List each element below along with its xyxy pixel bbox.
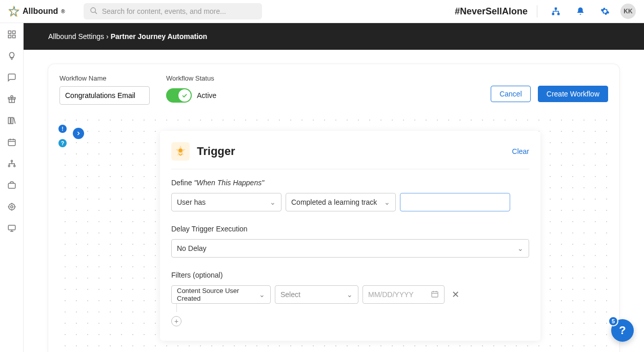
svg-point-25 — [10, 206, 13, 208]
filter-operator-select[interactable]: Select ⌄ — [275, 285, 358, 304]
check-icon — [178, 89, 191, 102]
delay-select[interactable]: No Delay ⌄ — [171, 239, 529, 258]
svg-rect-8 — [12, 31, 15, 33]
nav-monitor-icon[interactable] — [7, 223, 17, 233]
delay-label: Delay Trigger Execution — [171, 225, 529, 233]
breadcrumb-sep: › — [106, 32, 109, 41]
panel-title: Trigger — [197, 145, 235, 158]
svg-line-15 — [13, 118, 15, 124]
search-box[interactable] — [84, 3, 262, 19]
workflow-status-label: Workflow Status — [166, 74, 216, 82]
svg-rect-13 — [8, 118, 10, 124]
trigger-icon — [171, 142, 190, 161]
cancel-button[interactable]: Cancel — [491, 86, 531, 102]
gear-icon[interactable] — [600, 6, 610, 16]
nav-lightbulb-icon[interactable] — [7, 51, 17, 61]
svg-rect-7 — [8, 31, 11, 33]
hierarchy-icon[interactable] — [551, 6, 561, 16]
filter-date-input[interactable]: MM/DD/YYYY — [363, 285, 445, 304]
logo[interactable]: Allbound® — [8, 6, 65, 17]
svg-point-2 — [91, 8, 95, 12]
left-rail — [0, 23, 24, 352]
trigger-subject-select[interactable]: User has ⌄ — [171, 193, 281, 211]
card-header: Workflow Name Workflow Status Active Can… — [48, 64, 619, 105]
chevron-down-icon: ⌄ — [259, 290, 265, 299]
expand-panel-button[interactable] — [73, 128, 84, 139]
nav-target-icon[interactable] — [7, 202, 17, 212]
bell-icon[interactable] — [575, 6, 586, 16]
breadcrumb-current: Partner Journey Automation — [111, 32, 208, 41]
help-count-badge: 5 — [608, 316, 618, 326]
svg-rect-16 — [8, 140, 15, 146]
create-workflow-button[interactable]: Create Workflow — [538, 86, 608, 102]
trigger-predicate-select[interactable]: Completed a learning track ⌄ — [286, 193, 396, 211]
chevron-down-icon: ⌄ — [347, 290, 353, 299]
nav-books-icon[interactable] — [7, 115, 17, 126]
svg-rect-34 — [432, 291, 438, 297]
status-text: Active — [197, 91, 216, 100]
hashtag: #NeverSellAlone — [455, 6, 528, 17]
svg-line-3 — [95, 12, 97, 14]
workflow-status-group: Workflow Status Active — [166, 74, 216, 105]
remove-filter-icon[interactable]: ✕ — [452, 289, 459, 300]
svg-rect-23 — [8, 183, 15, 188]
workflow-name-input[interactable] — [59, 86, 150, 105]
svg-marker-1 — [9, 6, 19, 17]
calendar-icon — [431, 290, 439, 300]
chevron-down-icon: ⌄ — [517, 244, 524, 252]
workflow-canvas: ! ? Trigger Clear Define "When This Happ… — [59, 114, 608, 352]
svg-rect-14 — [11, 118, 13, 124]
workflow-card: Workflow Name Workflow Status Active Can… — [48, 64, 619, 352]
nav-org-icon[interactable] — [7, 159, 17, 169]
svg-point-24 — [9, 204, 15, 210]
svg-point-22 — [13, 165, 15, 167]
svg-point-33 — [179, 149, 182, 152]
info-badge-icon[interactable]: ! — [58, 125, 67, 133]
svg-rect-4 — [555, 8, 557, 10]
breadcrumb: Allbound Settings › Partner Journey Auto… — [24, 23, 644, 50]
nav-dashboard-icon[interactable] — [7, 29, 17, 40]
nav-calendar-icon[interactable] — [7, 137, 17, 147]
svg-rect-9 — [8, 35, 11, 38]
avatar[interactable]: KK — [620, 4, 636, 19]
breadcrumb-parent[interactable]: Allbound Settings — [48, 32, 104, 41]
help-badge-icon[interactable]: ? — [58, 139, 67, 147]
filter-field-select[interactable]: Content Source User Created ⌄ — [171, 285, 271, 304]
brand-text: Allbound — [23, 7, 58, 16]
logo-star-icon — [8, 6, 19, 17]
help-fab[interactable]: 5 ? — [611, 319, 634, 342]
workflow-name-label: Workflow Name — [59, 74, 150, 82]
filters-label: Filters (optional) — [171, 271, 529, 279]
svg-point-20 — [11, 160, 12, 162]
search-input[interactable] — [102, 7, 256, 15]
nav-briefcase-icon[interactable] — [7, 180, 17, 190]
add-filter-button[interactable]: + — [171, 316, 182, 326]
svg-rect-5 — [552, 13, 555, 15]
search-icon — [90, 7, 98, 16]
svg-rect-30 — [8, 225, 15, 230]
nav-gift-icon[interactable] — [7, 94, 17, 104]
chevron-down-icon: ⌄ — [270, 198, 276, 206]
chevron-down-icon: ⌄ — [384, 198, 390, 206]
trigger-value-input[interactable] — [400, 193, 510, 211]
main: Workflow Name Workflow Status Active Can… — [24, 50, 644, 352]
hint-badges: ! ? — [58, 125, 67, 147]
svg-rect-6 — [557, 13, 560, 15]
nav-chat-icon[interactable] — [7, 72, 17, 83]
topbar: Allbound® #NeverSellAlone KK — [0, 0, 644, 23]
status-toggle[interactable] — [166, 88, 192, 103]
clear-link[interactable]: Clear — [512, 147, 529, 155]
workflow-name-group: Workflow Name — [59, 74, 150, 105]
svg-point-21 — [8, 165, 10, 167]
svg-rect-10 — [12, 35, 15, 38]
define-label: Define "When This Happens" — [171, 179, 529, 187]
trigger-panel: Trigger Clear Define "When This Happens"… — [160, 131, 540, 341]
panel-header: Trigger Clear — [171, 142, 529, 169]
divider — [537, 5, 537, 17]
